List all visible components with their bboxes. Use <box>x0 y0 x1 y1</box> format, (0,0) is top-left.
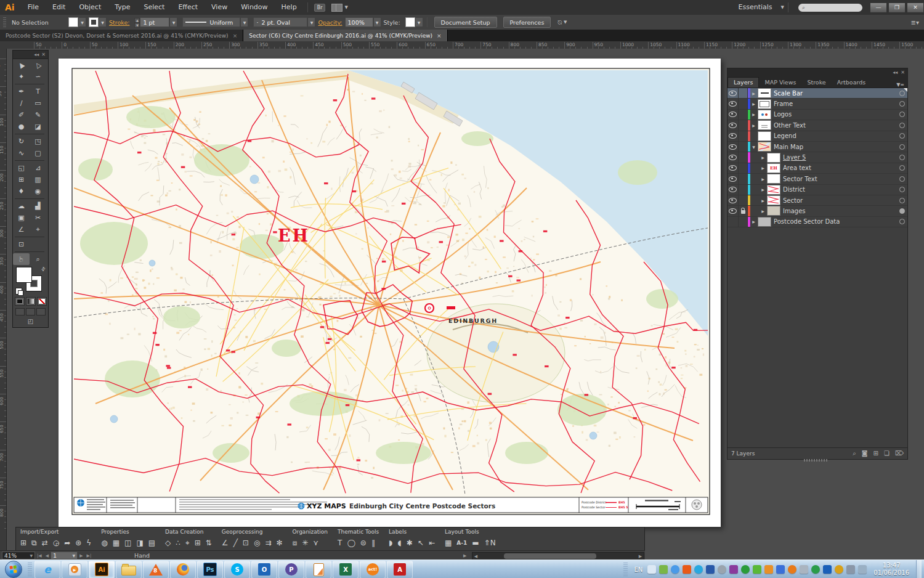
color-button[interactable] <box>15 297 25 306</box>
swap-fill-stroke-icon[interactable]: ⇄ <box>40 266 47 272</box>
process-settings-icon[interactable]: ✻ <box>276 539 282 547</box>
style-swatch[interactable] <box>405 17 415 27</box>
map-text-tool[interactable]: ⌖ <box>30 224 46 235</box>
arrange-documents-icon[interactable] <box>331 4 342 12</box>
lock-toggle[interactable] <box>739 185 748 195</box>
menu-effect[interactable]: Effect <box>171 3 205 11</box>
stroke-weight-field[interactable]: 1 pt <box>140 17 169 27</box>
grid-index-icon[interactable]: A-1 <box>456 540 467 546</box>
visibility-toggle[interactable] <box>727 110 739 120</box>
restore-button[interactable]: ❐ <box>888 2 906 13</box>
taskbar-acrobat[interactable]: A <box>387 561 413 578</box>
cursor-options-icon[interactable]: ⍉ <box>557 18 562 26</box>
paintbrush-tool[interactable]: ✐ <box>13 109 30 121</box>
document-tab[interactable]: Sector (C6) City Centre Edinburgh 2016.a… <box>243 30 447 41</box>
quick-export-icon[interactable]: ϟ <box>86 539 91 547</box>
line-segment-tool[interactable]: ∕ <box>13 97 30 109</box>
lock-toggle[interactable] <box>739 174 748 184</box>
tray-dual-monitor-icon[interactable] <box>846 565 855 574</box>
opacity-field[interactable]: 100% <box>345 17 373 27</box>
leader-line-icon[interactable]: ↖ <box>418 539 424 547</box>
menu-select[interactable]: Select <box>137 3 171 11</box>
zoom-tool[interactable]: ⌕ <box>30 253 46 265</box>
rotate-tool[interactable]: ↻ <box>13 136 30 147</box>
taskbar-app-p[interactable]: P <box>278 561 304 578</box>
layer-name[interactable]: Sector Text <box>783 176 896 182</box>
direct-selection-tool[interactable]: △ <box>30 59 46 71</box>
expand-arrow-icon[interactable]: ▶ <box>750 123 757 128</box>
target-indicator[interactable] <box>896 101 907 107</box>
expand-arrow-icon[interactable]: ▶ <box>760 166 766 170</box>
buffer-icon[interactable]: ◎ <box>254 539 260 547</box>
collapse-icon[interactable]: ◂◂ <box>893 70 898 75</box>
clipping-mask-icon[interactable]: ◙ <box>862 450 868 457</box>
taskbar-act[interactable]: act! <box>360 561 386 578</box>
ellipse-theme-icon[interactable]: ◯ <box>347 539 355 547</box>
document-tab[interactable]: Postcode Sector (S2) Devon, Dorset & Som… <box>0 30 243 41</box>
chevron-down-icon[interactable]: ▼ <box>78 17 86 27</box>
export-image-icon[interactable]: ◶ <box>53 539 59 547</box>
chevron-down-icon[interactable]: ▼ <box>344 5 347 10</box>
slice-tool[interactable]: ✂ <box>30 212 46 224</box>
eyedropper-tool[interactable]: ♦ <box>13 185 30 197</box>
layer-name[interactable]: Postcode Sector Data <box>774 218 896 225</box>
pencil-tool[interactable]: ✎ <box>30 109 46 121</box>
none-button[interactable] <box>37 297 47 306</box>
taskbar-app-8[interactable]: 8 <box>143 561 169 578</box>
map-info-icon[interactable]: ◫ <box>124 539 131 547</box>
magic-wand-tool[interactable]: ✦ <box>13 71 30 83</box>
lock-toggle[interactable] <box>739 142 748 152</box>
layers-panel-header[interactable]: ◂◂✕ <box>727 68 907 76</box>
frame-layers-icon[interactable]: ⧈ <box>293 539 298 547</box>
expand-arrow-icon[interactable]: ▶ <box>750 91 757 96</box>
visibility-toggle[interactable] <box>727 163 739 173</box>
tab-artboards[interactable]: Artboards <box>832 78 872 88</box>
tray-network-grid-icon[interactable] <box>647 565 656 574</box>
layer-row-scale-bar[interactable]: ▶Scale Bar <box>727 88 907 99</box>
layer-name[interactable]: Area text <box>783 165 896 171</box>
expand-arrow-icon[interactable]: ▼ <box>750 145 757 149</box>
previous-artboard-button[interactable]: ◀ <box>46 553 49 558</box>
expand-arrow-icon[interactable]: ▶ <box>760 155 766 160</box>
fill-color-well[interactable] <box>16 267 32 283</box>
search-input[interactable]: ⌕ <box>798 4 862 12</box>
scrollbar-thumb[interactable] <box>504 553 596 559</box>
tray-volume-icon[interactable] <box>858 565 867 574</box>
lock-toggle[interactable] <box>739 131 748 141</box>
symbol-link-icon[interactable]: ◨ <box>136 539 143 547</box>
brush-select[interactable]: ·2 pt. Oval <box>253 17 307 27</box>
new-layer-icon[interactable]: ❏ <box>884 450 890 457</box>
tray-link-icon[interactable] <box>718 565 726 574</box>
taskbar-internet-explorer[interactable]: e <box>34 561 60 578</box>
target-indicator[interactable] <box>896 219 907 224</box>
tray-leaf-check-icon[interactable] <box>753 565 761 574</box>
label-features-icon[interactable]: ◗ <box>389 539 392 547</box>
visibility-toggle[interactable] <box>727 185 739 195</box>
canvas-area[interactable]: 0501001502002503003504004505005506006507… <box>0 49 924 550</box>
merge-icon[interactable]: ⇉ <box>265 539 271 547</box>
chevron-down-icon[interactable]: ▼ <box>415 17 423 27</box>
lock-toggle[interactable] <box>739 195 748 205</box>
polygon-create-icon[interactable]: ◇ <box>165 539 171 547</box>
expand-arrow-icon[interactable]: ▶ <box>760 198 766 203</box>
eraser-tool[interactable]: ◪ <box>30 121 46 132</box>
draw-normal-button[interactable] <box>15 308 25 315</box>
layer-row-logos[interactable]: ▶Logos <box>727 110 907 120</box>
target-indicator[interactable] <box>896 176 907 182</box>
expand-arrow-icon[interactable]: ▶ <box>750 102 757 106</box>
zoom-level-field[interactable]: 41%▼ <box>2 552 35 560</box>
tray-scheduler-icon[interactable] <box>835 565 843 574</box>
chevron-down-icon[interactable]: ▼ <box>169 17 177 27</box>
grid-icon[interactable]: ▦ <box>445 539 452 547</box>
default-fill-stroke-icon[interactable] <box>15 288 22 295</box>
lock-toggle[interactable] <box>739 99 748 108</box>
chevron-down-icon[interactable]: ▼ <box>99 17 107 27</box>
opacity-link[interactable]: Opacity: <box>318 19 342 26</box>
taskbar-clock[interactable]: 13:47 01/06/2016 <box>870 562 913 577</box>
close-icon[interactable]: × <box>437 33 442 39</box>
workspace-switcher[interactable]: Essentials <box>732 0 779 15</box>
layer-row-main-map[interactable]: ▼Main Map <box>727 142 907 152</box>
selection-tool[interactable]: ▲ <box>13 59 30 71</box>
tray-shield-purple-icon[interactable] <box>729 565 738 574</box>
target-indicator[interactable] <box>896 112 907 117</box>
